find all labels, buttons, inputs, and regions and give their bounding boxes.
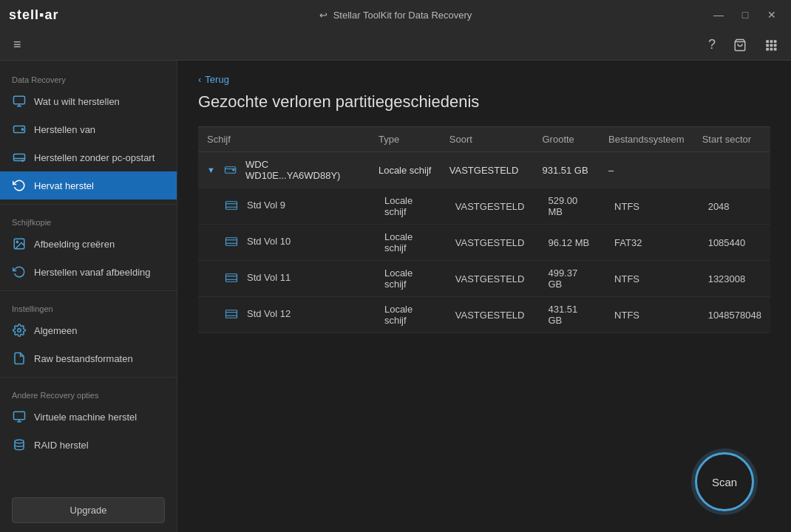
- svg-rect-21: [14, 412, 25, 420]
- title-back-arrow: ↩: [319, 10, 327, 21]
- menu-button[interactable]: ≡: [10, 34, 24, 55]
- refresh-icon: [12, 178, 27, 193]
- title-bar: stell▪ar ↩ Stellar ToolKit for Data Reco…: [0, 0, 791, 30]
- sidebar-item-label: Herstellen vanaf afbeelding: [34, 267, 151, 278]
- minimize-button[interactable]: —: [708, 4, 729, 25]
- cell-grootte: 931.51 GB: [534, 152, 600, 188]
- col-schijf: Schijf: [198, 127, 370, 152]
- icon-bar: ≡ ?: [0, 30, 791, 61]
- cell-bestandssysteem: NTFS: [600, 297, 693, 333]
- svg-point-26: [233, 169, 234, 171]
- sidebar-divider-3: [0, 377, 177, 378]
- table-row[interactable]: Std Vol 9 Locale schijf VASTGESTELD 529.…: [198, 188, 770, 225]
- svg-rect-10: [14, 96, 25, 104]
- cell-grootte: 499.37 GB: [534, 261, 600, 297]
- svg-point-24: [15, 440, 24, 443]
- cell-grootte: 96.12 MB: [534, 225, 600, 261]
- cell-bestandssysteem: –: [600, 152, 693, 188]
- back-label: Terug: [205, 74, 229, 85]
- table-row[interactable]: Std Vol 11 Locale schijf VASTGESTELD 499…: [198, 261, 770, 297]
- table-row[interactable]: Std Vol 12 Locale schijf VASTGESTELD 431…: [198, 297, 770, 333]
- title-bar-left: stell▪ar: [9, 7, 58, 23]
- svg-rect-15: [14, 154, 25, 161]
- svg-rect-8: [770, 47, 773, 50]
- sidebar-item-hervat-herstel[interactable]: Hervat herstel: [0, 171, 177, 200]
- cell-soort: VASTGESTELD: [441, 225, 534, 261]
- section-label-andere: Andere Recovery opties: [0, 382, 177, 403]
- sidebar-divider-1: [0, 204, 177, 205]
- back-arrow-icon: ‹: [198, 74, 201, 85]
- sidebar-item-herstellen-afbeelding[interactable]: Herstellen vanaf afbeelding: [0, 258, 177, 286]
- cell-type: Locale schijf: [370, 152, 441, 188]
- sidebar-item-label: RAID herstel: [34, 440, 89, 451]
- help-icon: ?: [708, 37, 716, 52]
- content-area: ‹ Terug Gezochte verloren partitiegeschi…: [177, 61, 791, 532]
- sidebar-item-label: Herstellen van: [34, 124, 95, 135]
- svg-rect-9: [774, 47, 777, 50]
- sidebar-item-virtuele-machine[interactable]: Virtuele machine herstel: [0, 403, 177, 431]
- close-button[interactable]: ✕: [761, 4, 782, 25]
- cart-button[interactable]: [730, 35, 750, 55]
- cell-soort: VASTGESTELD: [441, 297, 534, 333]
- drive-alt-icon: [12, 150, 27, 165]
- svg-rect-6: [774, 44, 777, 47]
- table-row[interactable]: Std Vol 10 Locale schijf VASTGESTELD 96.…: [198, 225, 770, 261]
- monitor-icon: [12, 94, 27, 109]
- cell-type: Locale schijf: [370, 261, 441, 297]
- sidebar-item-label: Virtuele machine herstel: [34, 412, 137, 423]
- expand-arrow-icon: ▼: [207, 166, 215, 174]
- sidebar-bottom: Upgrade: [0, 488, 177, 532]
- cell-bestandssysteem: NTFS: [600, 261, 693, 297]
- svg-rect-5: [770, 44, 773, 47]
- cart-icon: [733, 38, 747, 52]
- col-type: Type: [370, 127, 441, 152]
- svg-rect-1: [766, 40, 769, 43]
- back-link[interactable]: ‹ Terug: [198, 74, 229, 85]
- icon-bar-left: ≡: [10, 34, 24, 55]
- maximize-button[interactable]: □: [735, 4, 756, 25]
- cell-bestandssysteem: NTFS: [600, 188, 693, 225]
- sidebar: Data Recovery Wat u wilt herstellen Hers…: [0, 61, 177, 532]
- cell-schijf: Std Vol 9: [198, 188, 370, 225]
- main-layout: Data Recovery Wat u wilt herstellen Hers…: [0, 61, 791, 532]
- cell-startsector: 1323008: [693, 261, 770, 297]
- grid-icon: [764, 38, 778, 52]
- stellar-logo: stell▪ar: [9, 7, 58, 23]
- sidebar-item-afbeelding-creeren[interactable]: Afbeelding creëren: [0, 230, 177, 258]
- table-row[interactable]: ▼ WDC WD10E...YA6WD88Y) Locale schijf VA…: [198, 152, 770, 188]
- cell-grootte: 431.51 GB: [534, 297, 600, 333]
- sidebar-item-label: Wat u wilt herstellen: [34, 96, 120, 107]
- sidebar-item-raw-bestanden[interactable]: Raw bestandsformaten: [0, 344, 177, 372]
- gear-icon: [12, 323, 27, 338]
- sidebar-item-label: Raw bestandsformaten: [34, 353, 133, 364]
- grid-button[interactable]: [761, 35, 781, 55]
- cell-startsector: 2048: [693, 188, 770, 225]
- section-label-data-recovery: Data Recovery: [0, 66, 177, 87]
- svg-point-20: [18, 329, 21, 332]
- icon-bar-right: ?: [705, 34, 781, 55]
- svg-rect-34: [226, 273, 237, 282]
- svg-rect-4: [766, 44, 769, 47]
- vm-icon: [12, 409, 27, 424]
- cell-type: Locale schijf: [370, 188, 441, 225]
- sidebar-item-algemeen[interactable]: Algemeen: [0, 316, 177, 344]
- upgrade-button[interactable]: Upgrade: [12, 497, 165, 523]
- section-label-schijfkopie: Schijfkopie: [0, 209, 177, 230]
- cell-schijf: Std Vol 12: [198, 297, 370, 333]
- scan-button[interactable]: Scan: [695, 452, 754, 511]
- cell-schijf: Std Vol 10: [198, 225, 370, 261]
- svg-point-19: [16, 241, 18, 242]
- sidebar-divider-2: [0, 290, 177, 291]
- help-button[interactable]: ?: [705, 34, 719, 55]
- sidebar-item-wat-u-wilt[interactable]: Wat u wilt herstellen: [0, 87, 177, 115]
- restore-icon: [12, 265, 27, 279]
- sidebar-item-herstellen-zonder[interactable]: Herstellen zonder pc-opstart: [0, 143, 177, 171]
- cell-soort: VASTGESTELD: [441, 152, 534, 188]
- sidebar-item-herstellen-van[interactable]: Herstellen van: [0, 115, 177, 143]
- cell-schijf: ▼ WDC WD10E...YA6WD88Y): [198, 152, 370, 188]
- title-bar-center: ↩ Stellar ToolKit for Data Recovery: [319, 10, 472, 21]
- drive-icon: [12, 122, 27, 137]
- file-icon: [12, 351, 27, 366]
- sidebar-item-label: Hervat herstel: [34, 180, 94, 191]
- sidebar-item-raid-herstel[interactable]: RAID herstel: [0, 431, 177, 459]
